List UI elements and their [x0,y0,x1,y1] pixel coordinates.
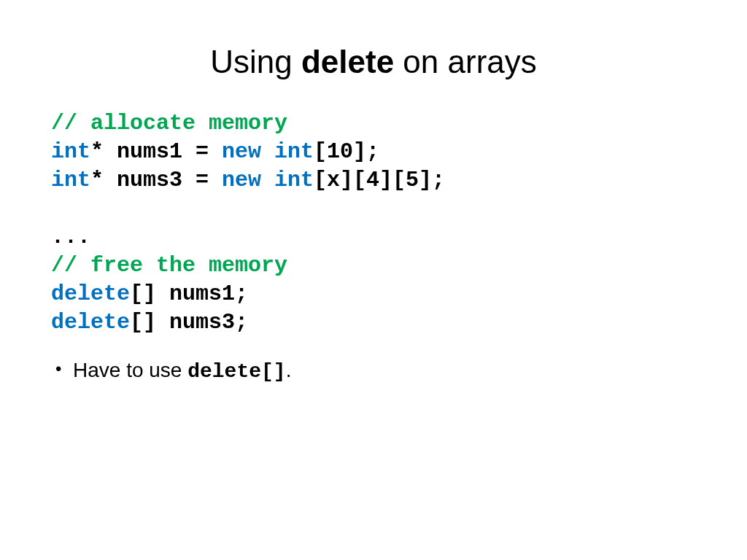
keyword-delete: delete [51,310,130,335]
code-line-3: int* nums3 = new int[x][4][5]; [51,166,696,195]
code-line-4: ... [51,223,696,252]
slide-title: Using delete on arrays [51,44,696,80]
bullet-item: Have to use delete[]. [73,359,696,383]
title-bold: delete [301,44,394,79]
code-line-7: delete[] nums3; [51,308,696,337]
code-block: // allocate memory int* nums1 = new int[… [51,109,696,337]
keyword-new-int: new int [222,139,314,164]
ellipsis: ... [51,225,90,249]
code-text: [x][4][5]; [314,168,445,192]
code-text: * nums1 = [90,139,222,164]
keyword-new-int: new int [222,168,314,192]
keyword-delete: delete [51,281,130,306]
code-line-2: int* nums1 = new int[10]; [51,138,696,166]
code-text: [] nums1; [130,281,248,306]
code-text: * nums3 = [90,168,222,192]
bullet-post: . [286,359,292,381]
title-post: on arrays [394,44,537,79]
bullet-mono: delete[] [187,360,285,383]
comment-free: // free the memory [51,253,287,278]
code-text: [] nums3; [130,310,248,335]
bullet-pre: Have to use [73,359,187,381]
code-line-6: delete[] nums1; [51,280,696,308]
code-blank-line [51,195,696,223]
code-line-1: // allocate memory [51,109,696,138]
code-text: [10]; [314,139,379,164]
bullet-list: Have to use delete[]. [51,359,696,383]
code-line-5: // free the memory [51,252,696,280]
comment-allocate: // allocate memory [51,111,287,136]
title-pre: Using [210,44,301,79]
keyword-int: int [51,139,90,164]
keyword-int: int [51,168,90,192]
